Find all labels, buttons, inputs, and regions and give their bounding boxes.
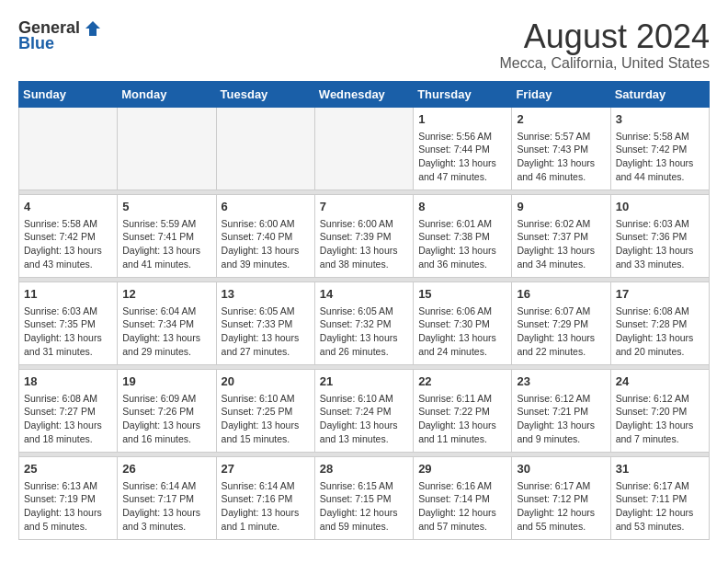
- day-number: 30: [517, 461, 605, 477]
- day-number: 3: [616, 111, 704, 128]
- day-number: 7: [320, 199, 408, 215]
- day-number: 15: [418, 286, 506, 303]
- calendar-day-cell: 29Sunrise: 6:16 AM Sunset: 7:14 PM Dayli…: [414, 456, 512, 539]
- calendar-day-cell: 24Sunrise: 6:12 AM Sunset: 7:20 PM Dayli…: [610, 369, 709, 452]
- calendar-day-cell: 18Sunrise: 6:08 AM Sunset: 7:27 PM Dayli…: [19, 369, 118, 452]
- day-number: 9: [517, 199, 605, 215]
- day-number: 10: [616, 199, 704, 215]
- calendar-day-cell: 14Sunrise: 6:05 AM Sunset: 7:32 PM Dayli…: [314, 282, 413, 364]
- calendar-day-cell: 20Sunrise: 6:10 AM Sunset: 7:25 PM Dayli…: [216, 369, 314, 452]
- calendar-day-cell: 9Sunrise: 6:02 AM Sunset: 7:37 PM Daylig…: [512, 194, 610, 277]
- calendar-day-cell: 5Sunrise: 5:59 AM Sunset: 7:41 PM Daylig…: [118, 194, 216, 277]
- day-info: Sunrise: 6:14 AM Sunset: 7:16 PM Dayligh…: [222, 479, 310, 534]
- day-number: 26: [122, 461, 210, 477]
- day-number: 5: [122, 199, 210, 215]
- calendar-week-row: 18Sunrise: 6:08 AM Sunset: 7:27 PM Dayli…: [19, 369, 710, 452]
- day-number: 13: [222, 286, 310, 303]
- logo: General Blue: [18, 18, 102, 53]
- calendar-day-cell: 22Sunrise: 6:11 AM Sunset: 7:22 PM Dayli…: [414, 369, 512, 452]
- calendar-day-cell: 8Sunrise: 6:01 AM Sunset: 7:38 PM Daylig…: [414, 194, 512, 277]
- title-block: August 2024 Mecca, California, United St…: [499, 18, 710, 72]
- day-number: 28: [320, 461, 408, 477]
- calendar-day-cell: 2Sunrise: 5:57 AM Sunset: 7:43 PM Daylig…: [512, 107, 610, 190]
- day-info: Sunrise: 6:10 AM Sunset: 7:24 PM Dayligh…: [320, 392, 408, 446]
- calendar-day-cell: 4Sunrise: 5:58 AM Sunset: 7:42 PM Daylig…: [19, 194, 118, 277]
- calendar-day-cell: 30Sunrise: 6:17 AM Sunset: 7:12 PM Dayli…: [512, 456, 610, 539]
- calendar-table: SundayMondayTuesdayWednesdayThursdayFrid…: [18, 81, 710, 540]
- day-number: 6: [222, 199, 310, 215]
- day-number: 12: [122, 286, 210, 303]
- day-info: Sunrise: 6:08 AM Sunset: 7:27 PM Dayligh…: [24, 392, 112, 446]
- weekday-header-sunday: Sunday: [19, 81, 118, 107]
- day-info: Sunrise: 6:09 AM Sunset: 7:26 PM Dayligh…: [122, 392, 210, 446]
- day-info: Sunrise: 6:15 AM Sunset: 7:15 PM Dayligh…: [320, 479, 408, 534]
- day-number: 31: [616, 461, 704, 477]
- day-number: 11: [24, 286, 112, 303]
- day-info: Sunrise: 6:02 AM Sunset: 7:37 PM Dayligh…: [517, 217, 605, 271]
- day-number: 2: [517, 111, 605, 128]
- calendar-day-cell: 28Sunrise: 6:15 AM Sunset: 7:15 PM Dayli…: [314, 456, 413, 539]
- day-number: 19: [122, 373, 210, 390]
- day-number: 24: [616, 373, 704, 390]
- calendar-day-cell: 7Sunrise: 6:00 AM Sunset: 7:39 PM Daylig…: [314, 194, 413, 277]
- day-number: 4: [24, 199, 112, 215]
- day-number: 1: [418, 111, 506, 128]
- day-info: Sunrise: 6:00 AM Sunset: 7:40 PM Dayligh…: [222, 217, 310, 271]
- calendar-day-cell: 10Sunrise: 6:03 AM Sunset: 7:36 PM Dayli…: [610, 194, 709, 277]
- day-number: 18: [24, 373, 112, 390]
- day-info: Sunrise: 6:13 AM Sunset: 7:19 PM Dayligh…: [24, 479, 112, 534]
- weekday-header-monday: Monday: [118, 81, 216, 107]
- weekday-header-friday: Friday: [512, 81, 610, 107]
- day-number: 23: [517, 373, 605, 390]
- calendar-title: August 2024: [499, 18, 710, 55]
- day-info: Sunrise: 6:16 AM Sunset: 7:14 PM Dayligh…: [418, 479, 506, 534]
- calendar-day-cell: 11Sunrise: 6:03 AM Sunset: 7:35 PM Dayli…: [19, 282, 118, 364]
- day-info: Sunrise: 6:17 AM Sunset: 7:12 PM Dayligh…: [517, 479, 605, 534]
- calendar-day-cell: [118, 107, 216, 190]
- day-info: Sunrise: 6:06 AM Sunset: 7:30 PM Dayligh…: [418, 304, 506, 359]
- day-number: 29: [418, 461, 506, 477]
- day-number: 16: [517, 286, 605, 303]
- day-number: 20: [222, 373, 310, 390]
- calendar-day-cell: 19Sunrise: 6:09 AM Sunset: 7:26 PM Dayli…: [118, 369, 216, 452]
- day-number: 27: [222, 461, 310, 477]
- calendar-day-cell: 3Sunrise: 5:58 AM Sunset: 7:42 PM Daylig…: [610, 107, 709, 190]
- calendar-day-cell: 26Sunrise: 6:14 AM Sunset: 7:17 PM Dayli…: [118, 456, 216, 539]
- calendar-day-cell: 1Sunrise: 5:56 AM Sunset: 7:44 PM Daylig…: [414, 107, 512, 190]
- weekday-header-saturday: Saturday: [610, 81, 709, 107]
- calendar-day-cell: [19, 107, 118, 190]
- day-number: 22: [418, 373, 506, 390]
- calendar-day-cell: [216, 107, 314, 190]
- day-info: Sunrise: 5:58 AM Sunset: 7:42 PM Dayligh…: [24, 217, 112, 271]
- day-number: 17: [616, 286, 704, 303]
- svg-marker-0: [85, 21, 100, 36]
- day-info: Sunrise: 5:57 AM Sunset: 7:43 PM Dayligh…: [517, 130, 605, 184]
- calendar-day-cell: 23Sunrise: 6:12 AM Sunset: 7:21 PM Dayli…: [512, 369, 610, 452]
- calendar-day-cell: 31Sunrise: 6:17 AM Sunset: 7:11 PM Dayli…: [610, 456, 709, 539]
- calendar-subtitle: Mecca, California, United States: [499, 55, 710, 72]
- calendar-day-cell: 21Sunrise: 6:10 AM Sunset: 7:24 PM Dayli…: [314, 369, 413, 452]
- day-number: 21: [320, 373, 408, 390]
- calendar-week-row: 1Sunrise: 5:56 AM Sunset: 7:44 PM Daylig…: [19, 107, 710, 190]
- calendar-day-cell: 13Sunrise: 6:05 AM Sunset: 7:33 PM Dayli…: [216, 282, 314, 364]
- calendar-day-cell: 27Sunrise: 6:14 AM Sunset: 7:16 PM Dayli…: [216, 456, 314, 539]
- day-number: 8: [418, 199, 506, 215]
- day-info: Sunrise: 6:17 AM Sunset: 7:11 PM Dayligh…: [616, 479, 704, 534]
- day-info: Sunrise: 6:10 AM Sunset: 7:25 PM Dayligh…: [222, 392, 310, 446]
- logo-blue-text: Blue: [18, 34, 54, 53]
- day-info: Sunrise: 6:12 AM Sunset: 7:21 PM Dayligh…: [517, 392, 605, 446]
- calendar-day-cell: 16Sunrise: 6:07 AM Sunset: 7:29 PM Dayli…: [512, 282, 610, 364]
- logo-icon: [84, 19, 102, 38]
- calendar-day-cell: 25Sunrise: 6:13 AM Sunset: 7:19 PM Dayli…: [19, 456, 118, 539]
- day-info: Sunrise: 6:04 AM Sunset: 7:34 PM Dayligh…: [122, 304, 210, 359]
- day-info: Sunrise: 6:05 AM Sunset: 7:33 PM Dayligh…: [222, 304, 310, 359]
- day-info: Sunrise: 6:05 AM Sunset: 7:32 PM Dayligh…: [320, 304, 408, 359]
- day-number: 14: [320, 286, 408, 303]
- calendar-day-cell: 17Sunrise: 6:08 AM Sunset: 7:28 PM Dayli…: [610, 282, 709, 364]
- day-info: Sunrise: 6:07 AM Sunset: 7:29 PM Dayligh…: [517, 304, 605, 359]
- day-info: Sunrise: 6:03 AM Sunset: 7:36 PM Dayligh…: [616, 217, 704, 271]
- day-info: Sunrise: 6:12 AM Sunset: 7:20 PM Dayligh…: [616, 392, 704, 446]
- day-number: 25: [24, 461, 112, 477]
- calendar-week-row: 25Sunrise: 6:13 AM Sunset: 7:19 PM Dayli…: [19, 456, 710, 539]
- weekday-header-thursday: Thursday: [414, 81, 512, 107]
